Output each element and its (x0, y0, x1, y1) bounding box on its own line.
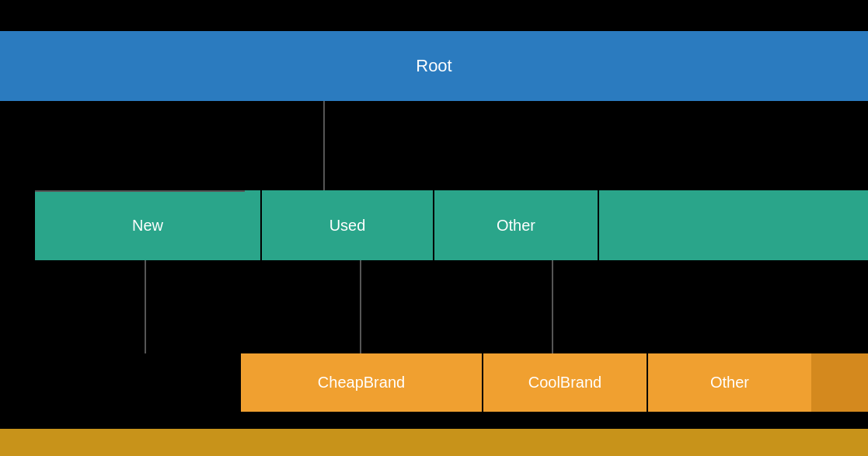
brand-extra (811, 353, 868, 412)
brand-cheapbrand[interactable]: CheapBrand (241, 353, 482, 412)
cond-new-connector (145, 260, 146, 353)
brand-other[interactable]: Other (648, 353, 811, 412)
h-line-top-1 (35, 190, 245, 192)
condition-extra (599, 190, 868, 260)
condition-used[interactable]: Used (262, 190, 433, 260)
cond-other-connector (552, 260, 553, 353)
root-label: Root (416, 56, 451, 76)
brand-spacer (0, 353, 120, 412)
root-connector-line (323, 101, 325, 190)
brand-coolbrand[interactable]: CoolBrand (483, 353, 647, 412)
root-bar: Root (0, 31, 868, 101)
brand-row: CheapBrand CoolBrand Other (0, 353, 868, 412)
condition-other[interactable]: Other (434, 190, 598, 260)
bottom-bar (0, 429, 868, 456)
condition-row: New Used Other (0, 190, 868, 260)
condition-new[interactable]: New (35, 190, 260, 260)
cond-used-connector (360, 260, 361, 353)
